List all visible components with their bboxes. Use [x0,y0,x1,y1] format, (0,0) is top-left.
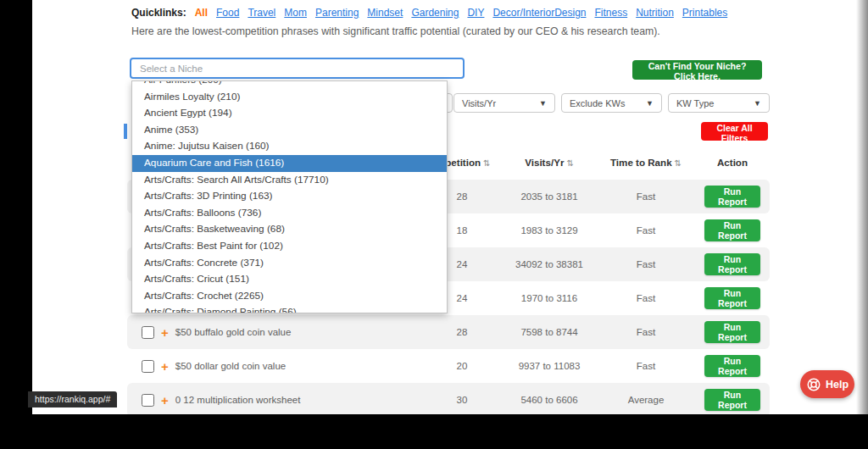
time-to-rank-value: Fast [604,349,688,383]
chevron-down-icon: ▼ [646,99,654,108]
quicklink-fitness[interactable]: Fitness [594,7,627,19]
quicklink-gardening[interactable]: Gardening [411,7,459,19]
expand-plus-icon[interactable]: + [161,326,169,339]
filter-select-kw-type[interactable]: KW Type▼ [668,93,770,113]
quicklink-travel[interactable]: Travel [248,7,275,19]
niche-option[interactable]: Arts/Crafts: Crochet (2265) [132,288,447,305]
filter-select-exclude-kws[interactable]: Exclude KWs▼ [561,93,662,113]
niche-option[interactable]: Arts/Crafts: 3D Printing (163) [132,188,447,205]
niche-option[interactable]: Arts/Crafts: Best Paint for (102) [132,238,447,255]
time-to-rank-value: Fast [604,281,688,315]
visits-value: 7598 to 8744 [498,315,600,349]
row-checkbox[interactable] [142,360,154,373]
filter-label: Visits/Yr [462,98,496,108]
niche-option[interactable]: Ancient Egypt (194) [132,105,447,122]
focus-sliver [124,124,127,139]
niche-option[interactable]: Airmiles Loyalty (210) [132,89,447,106]
visits-value: 34092 to 38381 [498,247,600,281]
help-button-label: Help [826,379,849,391]
visits-value: 1970 to 3116 [498,281,600,315]
quicklink-printables[interactable]: Printables [682,7,727,19]
time-to-rank-value: Fast [604,180,688,213]
filter-label: KW Type [676,98,714,108]
life-ring-icon [806,377,821,392]
quicklinks-bar: Quicklinks: AllFoodTravelMomParentingMin… [131,7,727,19]
filter-select-visits-yr[interactable]: Visits/Yr▼ [453,93,555,113]
keyword-cell: +0 12 multiplication worksheet [142,383,300,414]
keyword-text: $50 buffalo gold coin value [175,327,292,337]
niche-option[interactable]: Air Purifiers (200) [132,80,447,89]
find-niche-button[interactable]: Can't Find Your Niche? Click Here. [632,60,762,80]
filter-label: Exclude KWs [570,98,625,108]
keyword-text: $50 dollar gold coin value [175,361,286,371]
browser-viewport: Quicklinks: AllFoodTravelMomParentingMin… [0,0,868,449]
time-to-rank-value: Fast [604,315,688,349]
niche-option[interactable]: Aquarium Care and Fish (1616) [132,155,447,172]
quicklink-all[interactable]: All [195,7,208,19]
table-row: +$50 dollar gold coin value209937 to 110… [127,349,770,383]
competition-value: 30 [424,383,500,414]
niche-option[interactable]: Arts/Crafts: Concrete (371) [132,255,447,272]
run-report-button[interactable]: Run Report [704,355,760,377]
niche-option[interactable]: Anime (353) [132,122,447,139]
quicklink-food[interactable]: Food [216,7,239,19]
niche-option[interactable]: Arts/Crafts: Cricut (151) [132,271,447,288]
niche-option[interactable]: Arts/Crafts: Diamond Painting (56) [132,304,447,313]
run-report-button[interactable]: Run Report [704,389,760,411]
run-report-button[interactable]: Run Report [704,219,760,241]
quicklink-nutrition[interactable]: Nutrition [636,7,674,19]
sort-icon[interactable]: ⇅ [675,158,682,168]
niche-option[interactable]: Arts/Crafts: Basketweaving (68) [132,221,447,238]
visits-value: 2035 to 3181 [498,180,600,213]
niche-option[interactable]: Arts/Crafts: Balloons (736) [132,205,447,222]
sort-icon[interactable]: ⇅ [566,158,573,168]
quicklink-decor-interiordesign[interactable]: Decor/InteriorDesign [492,7,586,19]
run-report-button[interactable]: Run Report [704,287,760,309]
quicklinks-label: Quicklinks: [131,7,186,19]
sort-icon[interactable]: ⇅ [483,158,490,168]
help-button[interactable]: Help [800,370,854,398]
page-subtitle: Here are the lowest-competition phrases … [131,25,660,37]
run-report-button[interactable]: Run Report [704,253,760,275]
status-url-tooltip: https://rankiq.app/# [28,391,117,407]
quicklink-parenting[interactable]: Parenting [315,7,359,19]
run-report-button[interactable]: Run Report [704,186,760,208]
table-row: +$50 buffalo gold coin value287598 to 87… [127,315,770,349]
row-checkbox[interactable] [142,394,154,407]
rankiq-page: Quicklinks: AllFoodTravelMomParentingMin… [32,0,868,414]
chevron-down-icon: ▼ [539,99,547,108]
keyword-text: 0 12 multiplication worksheet [175,395,301,405]
time-to-rank-value: Fast [604,213,688,247]
competition-value: 28 [424,315,500,349]
visits-value: 1983 to 3129 [498,213,600,247]
quicklink-mom[interactable]: Mom [284,7,307,19]
competition-value: 20 [424,349,500,383]
expand-plus-icon[interactable]: + [161,394,169,407]
window-edge-shade [856,0,868,414]
visits-value: 9937 to 11083 [498,349,600,383]
column-header-action: Action [694,157,771,168]
keyword-cell: +$50 dollar gold coin value [142,349,286,383]
niche-option[interactable]: Anime: Jujutsu Kaisen (160) [132,138,447,155]
column-header-visits-yr[interactable]: Visits/Yr⇅ [498,157,600,168]
quicklink-diy[interactable]: DIY [467,7,484,19]
quicklinks-list: AllFoodTravelMomParentingMindsetGardenin… [195,7,728,19]
time-to-rank-value: Average [604,383,688,414]
visits-value: 5460 to 6606 [498,383,600,414]
row-checkbox[interactable] [142,326,154,339]
expand-plus-icon[interactable]: + [161,360,169,373]
chevron-down-icon: ▼ [754,99,761,108]
clear-filters-button[interactable]: Clear All Filters [701,122,768,141]
quicklink-mindset[interactable]: Mindset [367,7,403,19]
niche-select-input[interactable] [130,58,465,79]
column-header-time-to-rank[interactable]: Time to Rank⇅ [595,157,697,168]
time-to-rank-value: Fast [604,247,688,281]
run-report-button[interactable]: Run Report [704,321,760,343]
niche-dropdown-list: Air Purifiers (200)Airmiles Loyalty (210… [131,80,448,313]
table-row: +0 12 multiplication worksheet305460 to … [127,383,770,414]
keyword-cell: +$50 buffalo gold coin value [142,315,291,349]
niche-option[interactable]: Arts/Crafts: Search All Arts/Crafts (177… [132,172,447,189]
